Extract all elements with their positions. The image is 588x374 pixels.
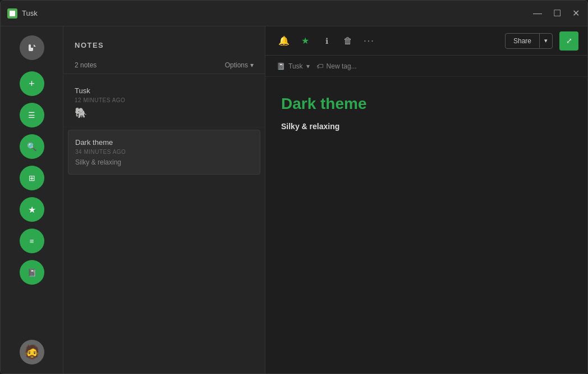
note-item-tusk[interactable]: Tusk 12 MINUTES AGO 🐘 <box>63 79 265 127</box>
icon-sidebar: + ☰ 🔍 ⊞ ★ ≡ 📓 🧔 <box>1 26 63 373</box>
close-button[interactable]: ✕ <box>571 8 581 19</box>
new-note-button[interactable]: + <box>20 71 44 96</box>
app-icon <box>7 8 17 19</box>
app-window: Tusk — ☐ ✕ + ☰ <box>0 0 588 374</box>
notes-meta: 2 notes Options ▾ <box>63 57 265 74</box>
app-title: Tusk <box>22 9 38 17</box>
notebook-breadcrumb[interactable]: 📓 Tusk ▾ <box>277 62 310 70</box>
notebooks-button[interactable]: 📓 <box>20 260 44 285</box>
info-button[interactable]: ℹ <box>317 31 336 51</box>
expand-icon: ⤢ <box>566 37 572 45</box>
note-item-dark-theme[interactable]: Dark theme 34 MINUTES AGO Silky & relaxi… <box>68 130 260 175</box>
note-content-panel: 🔔 ★ ℹ 🗑 ··· Share ▾ <box>265 26 587 373</box>
notes-count: 2 notes <box>75 61 97 69</box>
notebook-icon: 📓 <box>277 62 285 70</box>
app-icon-inner <box>10 11 15 16</box>
chevron-down-icon: ▾ <box>306 62 310 70</box>
notes-header: NOTES <box>63 26 265 57</box>
tag-label: New tag... <box>327 62 357 70</box>
note-item-title: Dark theme <box>75 138 253 147</box>
trash-icon: 🗑 <box>343 36 352 46</box>
info-icon: ℹ <box>325 37 328 45</box>
user-avatar[interactable]: 🧔 <box>20 340 44 364</box>
search-icon: 🔍 <box>27 142 36 151</box>
elephant-icon: 🐘 <box>75 107 254 119</box>
title-bar: Tusk — ☐ ✕ <box>1 1 587 26</box>
list-icon: ☰ <box>28 111 35 120</box>
notes-panel-title: NOTES <box>75 41 104 49</box>
share-dropdown-button[interactable]: ▾ <box>539 34 552 48</box>
main-content: + ☰ 🔍 ⊞ ★ ≡ 📓 🧔 <box>1 26 587 373</box>
notebooks-icon: 📓 <box>27 268 36 277</box>
star-button[interactable]: ★ <box>296 31 315 51</box>
chevron-down-icon: ▾ <box>250 61 254 69</box>
notes-panel: NOTES 2 notes Options ▾ Tusk 12 MINUTES … <box>63 26 265 373</box>
alarm-icon: 🔔 <box>278 35 290 46</box>
search-button[interactable]: 🔍 <box>20 134 44 159</box>
minimize-button[interactable]: — <box>532 8 543 19</box>
note-item-preview: Silky & relaxing <box>75 158 253 166</box>
shared-icon: ⊞ <box>29 174 35 183</box>
note-breadcrumb: 📓 Tusk ▾ 🏷 New tag... <box>265 56 587 77</box>
starred-button[interactable]: ★ <box>20 197 44 222</box>
maximize-button[interactable]: ☐ <box>552 8 562 19</box>
alarm-button[interactable]: 🔔 <box>274 31 293 51</box>
expand-button[interactable]: ⤢ <box>559 31 578 51</box>
tags-icon: ≡ <box>30 237 34 245</box>
star-icon: ★ <box>28 204 36 215</box>
notes-options-button[interactable]: Options ▾ <box>225 61 254 69</box>
trash-button[interactable]: 🗑 <box>338 31 357 51</box>
more-icon: ··· <box>364 36 374 46</box>
notes-list: Tusk 12 MINUTES AGO 🐘 Dark theme 34 MINU… <box>63 74 265 373</box>
evernote-icon <box>24 40 40 56</box>
share-button[interactable]: Share <box>506 34 539 48</box>
chevron-down-icon: ▾ <box>544 37 548 44</box>
sidebar-logo <box>20 35 44 60</box>
note-item-time: 12 MINUTES AGO <box>75 97 254 103</box>
tag-icon: 🏷 <box>316 62 323 70</box>
notebook-label: Tusk <box>288 62 303 70</box>
tags-button[interactable]: ≡ <box>20 229 44 253</box>
note-item-time: 34 MINUTES AGO <box>75 149 253 155</box>
plus-icon: + <box>29 78 35 90</box>
more-button[interactable]: ··· <box>360 31 379 51</box>
shared-button[interactable]: ⊞ <box>20 166 44 190</box>
notes-list-button[interactable]: ☰ <box>20 103 44 127</box>
title-bar-controls: — ☐ ✕ <box>532 8 581 19</box>
share-button-group: Share ▾ <box>505 33 553 49</box>
note-item-title: Tusk <box>75 86 254 95</box>
tag-breadcrumb[interactable]: 🏷 New tag... <box>316 62 357 70</box>
star-filled-icon: ★ <box>301 35 309 46</box>
note-body-title: Dark theme <box>281 95 572 113</box>
note-body-text: Silky & relaxing <box>281 122 572 131</box>
note-body: Dark theme Silky & relaxing <box>265 77 587 373</box>
note-toolbar: 🔔 ★ ℹ 🗑 ··· Share ▾ <box>265 26 587 56</box>
title-bar-left: Tusk <box>7 8 38 19</box>
